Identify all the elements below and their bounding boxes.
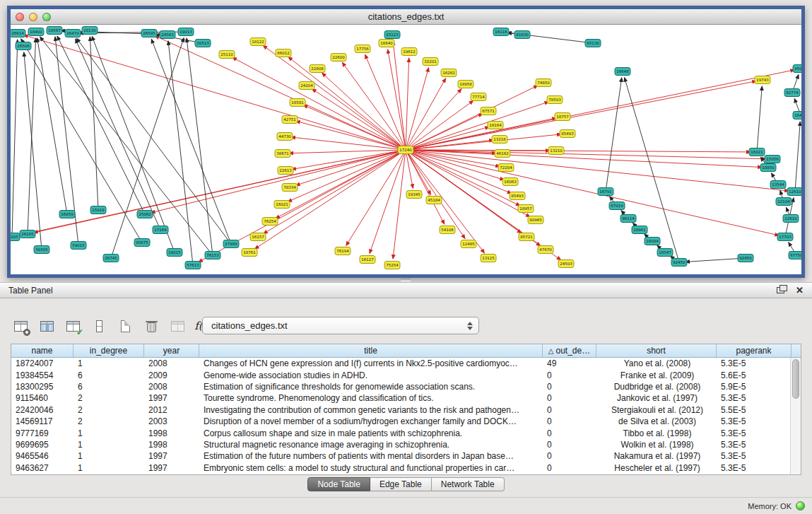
graph-edge[interactable] (406, 81, 756, 150)
table-cell[interactable]: 5.3E-5 (717, 393, 792, 403)
graph-node[interactable]: 85493 (510, 192, 525, 200)
table-cell[interactable]: 0 (543, 370, 596, 380)
graph-node[interactable]: 81830 (514, 31, 530, 39)
graph-node[interactable]: 26614 (11, 30, 25, 37)
show-columns-button[interactable] (37, 317, 56, 334)
graph-node[interactable]: 16094 (645, 238, 660, 245)
graph-node[interactable]: 13125 (481, 255, 496, 262)
graph-node[interactable]: 45184 (426, 197, 442, 204)
graph-node[interactable]: 16791 (598, 188, 613, 196)
graph-node[interactable]: 76194 (335, 247, 351, 255)
table-row[interactable]: 1872400712008Changes of HCN gene express… (11, 358, 801, 369)
graph-node[interactable]: 13216 (492, 136, 507, 144)
float-panel-icon[interactable] (777, 287, 784, 293)
graph-node[interactable]: 26479 (65, 30, 81, 37)
graph-node[interactable]: 19013 (178, 28, 194, 36)
graph-node[interactable]: 18961 (632, 226, 647, 234)
table-settings-button[interactable] (11, 317, 30, 334)
graph-edge[interactable] (406, 150, 789, 191)
table-cell[interactable]: 14569117 (11, 416, 73, 426)
graph-node[interactable]: 13210 (548, 147, 564, 155)
graph-node[interactable]: 38671 (275, 150, 290, 158)
graph-node[interactable]: 16157 (250, 233, 266, 241)
table-cell[interactable]: 5.3E-5 (717, 451, 792, 461)
graph-node[interactable]: 46162 (495, 150, 510, 158)
graph-edge[interactable] (406, 78, 446, 150)
graph-node[interactable]: 54106 (440, 226, 455, 234)
graph-node[interactable]: 30305 (34, 246, 49, 254)
table-cell[interactable]: 9777169 (11, 428, 73, 438)
table-cell[interactable]: 6 (73, 370, 144, 380)
graph-node[interactable]: 19958 (458, 81, 473, 88)
table-cell[interactable]: 5.5E-5 (717, 405, 792, 415)
graph-node[interactable]: 22808 (310, 65, 325, 73)
table-cell[interactable]: 2 (73, 416, 144, 426)
graph-node[interactable]: 18164 (488, 122, 503, 129)
graph-edge[interactable] (393, 41, 406, 150)
close-window-icon[interactable] (16, 13, 24, 21)
table-selector-combobox[interactable]: citations_edges.txt (202, 317, 479, 334)
graph-node[interactable]: 25205 (11, 233, 20, 241)
graph-edge[interactable] (111, 38, 184, 258)
graph-node[interactable]: 16640 (379, 40, 394, 47)
table-cell[interactable]: 5.3E-5 (717, 428, 792, 438)
graph-node[interactable]: 66012 (276, 49, 291, 57)
table-cell[interactable]: 2012 (144, 405, 199, 415)
graph-node[interactable]: 16127 (360, 256, 375, 264)
graph-node[interactable]: 78334 (282, 184, 298, 192)
graph-edge[interactable] (795, 122, 800, 192)
graph-node[interactable]: 76254 (262, 218, 278, 226)
graph-edge[interactable] (151, 39, 231, 244)
table-cell[interactable]: 2 (73, 393, 144, 403)
table-cell[interactable]: 9699695 (11, 440, 73, 450)
graph-node[interactable]: 67919 (609, 202, 625, 210)
graph-node[interactable]: 18400 (28, 28, 44, 36)
graph-edge[interactable] (264, 150, 406, 233)
graph-edge[interactable] (406, 58, 409, 150)
table-cell[interactable]: Tibbo et al. (1998) (596, 428, 717, 438)
graph-node[interactable]: 26745 (103, 255, 119, 262)
table-cell[interactable]: 0 (543, 451, 596, 461)
graph-edge[interactable] (24, 52, 42, 250)
graph-node[interactable]: 18581 (290, 99, 305, 107)
table-cell[interactable]: 0 (543, 463, 596, 473)
table-row[interactable]: 911546021997Tourette syndrome. Phenomeno… (11, 392, 801, 404)
table-row[interactable]: 969969511998Structural magnetic resonanc… (11, 439, 801, 450)
table-cell[interactable]: Estimation of the future numbers of pati… (199, 451, 543, 461)
table-cell[interactable]: Estimation of significance thresholds fo… (199, 382, 543, 392)
graph-edge[interactable] (686, 258, 746, 262)
import-table-button[interactable] (168, 317, 187, 334)
table-cell[interactable]: 1 (73, 451, 144, 461)
graph-node[interactable]: 12610 (787, 188, 801, 196)
table-cell[interactable]: Structural magnetic resonance image aver… (199, 440, 543, 450)
table-cell[interactable]: 5.3E-5 (717, 358, 792, 368)
graph-node[interactable]: 57613 (185, 262, 201, 269)
graph-node[interactable]: 82774 (784, 89, 800, 97)
table-cell[interactable]: 2003 (144, 416, 199, 426)
graph-node[interactable]: 17164 (153, 226, 168, 234)
graph-node[interactable]: 75254 (384, 262, 400, 269)
graph-node[interactable]: 32201 (423, 58, 438, 66)
graph-node[interactable]: 20513 (195, 40, 211, 47)
graph-node[interactable]: 19345 (406, 191, 422, 199)
table-row[interactable]: 1830029562008Estimation of significance … (11, 381, 801, 392)
table-row[interactable]: 946554611997Estimation of the future num… (11, 450, 801, 462)
graph-node[interactable]: 12485 (461, 240, 476, 248)
graph-node[interactable]: 16059 (59, 211, 75, 218)
graph-node[interactable]: 17703 (777, 233, 793, 241)
graph-node[interactable]: 16648 (615, 68, 630, 76)
graph-node[interactable]: 18757 (555, 113, 570, 121)
close-panel-icon[interactable]: ✕ (796, 285, 804, 296)
graph-edge[interactable] (296, 121, 406, 150)
graph-edge[interactable] (346, 150, 406, 245)
delete-column-button[interactable] (142, 317, 160, 334)
graph-edge[interactable] (255, 150, 406, 249)
table-cell[interactable]: 1997 (144, 451, 199, 461)
graph-node[interactable]: 18122 (250, 38, 266, 46)
table-cell[interactable]: 18724007 (11, 358, 73, 368)
window-titlebar[interactable]: citations_edges.txt (11, 9, 801, 25)
table-cell[interactable]: 18300295 (11, 382, 73, 392)
graph-edge[interactable] (406, 150, 520, 206)
graph-node[interactable]: 85721 (519, 233, 534, 241)
minimize-window-icon[interactable] (29, 13, 37, 21)
